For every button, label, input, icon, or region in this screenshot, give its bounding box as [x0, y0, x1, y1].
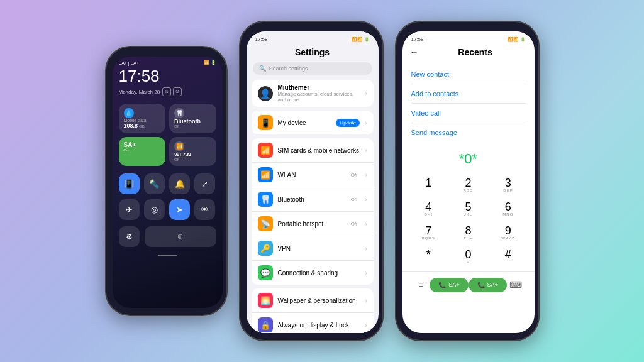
dialer-keypad: 1 2 ABC 3 DEF 4 GHI 5 JKL 6 MNO [402, 171, 535, 272]
key-7-num: 7 [425, 225, 431, 236]
settings-item-hotspot[interactable]: 📡 Portable hotspot Off › [252, 212, 374, 236]
key-0-alpha: + [467, 260, 470, 265]
call-1-icon: 📞 [438, 282, 446, 288]
cc-icon-1[interactable]: ⇅ [162, 87, 171, 96]
cc-icon-2[interactable]: ⊙ [173, 87, 182, 96]
settings-item-wallpaper[interactable]: 🌅 Wallpaper & personalization › [252, 288, 374, 313]
connection-icon: 💬 [258, 265, 273, 280]
account-sub: Manage accounts, cloud services, and mor… [278, 91, 360, 102]
new-contact-action[interactable]: New contact [411, 65, 526, 84]
cc-btn-location[interactable]: ➤ [169, 199, 190, 220]
back-button[interactable]: ← [410, 47, 419, 57]
settings-item-sim[interactable]: 📶 SIM cards & mobile networks › [252, 138, 374, 163]
key-3-num: 3 [505, 177, 511, 189]
mobile-data-unit: GB [139, 124, 145, 128]
dialer-key-9[interactable]: 9 WXYZ [488, 221, 528, 245]
settings-account-item[interactable]: 👤 Miuthemer Manage accounts, cloud servi… [252, 80, 374, 107]
dialer-key-3[interactable]: 3 DEF [488, 173, 528, 197]
cc-btn-bell[interactable]: 🔔 [169, 173, 190, 194]
signal-icon: 📶 [204, 60, 209, 65]
dialer-status-bar: 17:58 📶📶 🔋 [402, 31, 535, 45]
dialer-page-title: Recents [424, 47, 527, 57]
mobile-data-value: 108.8 [124, 123, 138, 129]
settings-device-item[interactable]: 📱 My device Update › [252, 111, 374, 134]
settings-item-vpn[interactable]: 🔑 VPN › [252, 236, 374, 261]
cc-btn-screen[interactable]: ⤢ [194, 173, 215, 194]
video-call-action[interactable]: Video call [411, 104, 526, 123]
key-4-num: 4 [425, 201, 431, 212]
connection-chevron: › [365, 270, 367, 277]
device-text: My device [278, 119, 331, 126]
video-call-label: Video call [411, 109, 441, 117]
cc-tile-wlan[interactable]: 📶 WLAN Off [169, 137, 216, 166]
account-icon: 👤 [258, 86, 273, 101]
settings-device-section: 📱 My device Update › [252, 111, 374, 134]
sim-text: SIM cards & mobile networks [278, 147, 360, 154]
settings-item-connection[interactable]: 💬 Connection & sharing › [252, 261, 374, 285]
settings-connectivity-section: 📶 SIM cards & mobile networks › 📶 WLAN O… [252, 138, 374, 285]
dialer-key-4[interactable]: 4 GHI [409, 197, 448, 221]
hotspot-status: Off [351, 221, 358, 227]
wlan-settings-text: WLAN [278, 172, 346, 178]
dialer-call-2-button[interactable]: 📞 SA+ [469, 278, 507, 292]
add-to-contacts-label: Add to contacts [411, 90, 459, 97]
cc-time: 17:58 [113, 67, 223, 87]
dialer-call-1-button[interactable]: 📞 SA+ [430, 278, 468, 292]
cc-icons-row-1: 📳 🔦 🔔 ⤢ [113, 170, 223, 198]
cc-btn-eye[interactable]: ◎ [144, 199, 165, 220]
cc-date-text: Monday, March 28 [119, 89, 160, 95]
dialer-key-hash[interactable]: # [488, 245, 528, 269]
call-2-label: SA+ [487, 282, 498, 288]
dialer-header: ← Recents [402, 45, 535, 62]
mobile-data-label: Mobile data [124, 118, 161, 123]
cc-tile-sa-plus[interactable]: SA+ On [119, 137, 166, 166]
display-text: Always-on display & Lock [278, 322, 360, 329]
dialer-key-6[interactable]: 6 MNO [488, 197, 528, 221]
settings-search-bar[interactable]: 🔍 Search settings [253, 62, 372, 75]
call-1-label: SA+ [448, 282, 459, 288]
bluetooth-settings-text: Bluetooth [278, 196, 346, 203]
bluetooth-status: Off [174, 124, 211, 128]
dialer-key-2[interactable]: 2 ABC [448, 173, 488, 197]
vpn-icon: 🔑 [258, 241, 273, 256]
wallpaper-text: Wallpaper & personalization [278, 297, 360, 304]
dialer-keypad-button[interactable]: ⌨ [507, 276, 525, 293]
settings-item-wlan[interactable]: 📶 WLAN Off › [252, 163, 374, 187]
wlan-settings-icon: 📶 [258, 167, 273, 182]
connection-text: Connection & sharing [278, 270, 360, 277]
cc-btn-vibrate[interactable]: 📳 [119, 173, 140, 194]
settings-item-bluetooth[interactable]: 🦷 Bluetooth Off › [252, 187, 374, 212]
dialer-key-5[interactable]: 5 JKL [448, 197, 488, 221]
cc-btn-view[interactable]: 👁 [194, 199, 215, 220]
call-2-icon: 📞 [477, 282, 485, 288]
wlan-settings-chevron: › [365, 172, 367, 178]
wallpaper-icon: 🌅 [258, 293, 273, 308]
key-8-alpha: TUV [464, 236, 473, 241]
dialer-key-1[interactable]: 1 [409, 173, 448, 197]
dialer-actions-list: New contact Add to contacts Video call S… [402, 62, 535, 145]
key-8-num: 8 [465, 225, 471, 236]
cc-btn-flashlight[interactable]: 🔦 [144, 173, 165, 194]
cc-btn-settings[interactable]: ⚙ [119, 226, 140, 247]
sa-plus-value: SA+ [124, 141, 161, 148]
dialer-key-0[interactable]: 0 + [448, 245, 488, 269]
bluetooth-label: Bluetooth [174, 118, 211, 124]
settings-item-display[interactable]: 🔒 Always-on display & Lock › [252, 313, 374, 333]
cc-home-indicator [158, 255, 177, 256]
dialer-key-8[interactable]: 8 TUV [448, 221, 488, 245]
cc-tile-mobile-data[interactable]: 💧 Mobile data 108.8 GB [119, 104, 166, 133]
add-to-contacts-action[interactable]: Add to contacts [411, 84, 526, 104]
cc-tile-bluetooth[interactable]: 🦷 Bluetooth Off [169, 104, 216, 133]
phone-3-screen: 17:58 📶📶 🔋 ← Recents New contact Add to … [402, 31, 535, 333]
dialer-menu-button[interactable]: ≡ [413, 276, 430, 293]
send-message-action[interactable]: Send message [411, 123, 526, 142]
sim-icon: 📶 [258, 143, 273, 158]
dialer-signal-icon: 📶📶 [508, 37, 519, 42]
settings-personalization-section: 🌅 Wallpaper & personalization › 🔒 Always… [252, 288, 374, 333]
new-contact-label: New contact [411, 70, 450, 78]
cc-btn-airplane[interactable]: ✈ [119, 199, 140, 220]
dialer-key-7[interactable]: 7 PQRS [409, 221, 448, 245]
phone-3: 17:58 📶📶 🔋 ← Recents New contact Add to … [395, 21, 540, 341]
dialer-key-star[interactable]: * [409, 245, 448, 269]
bluetooth-settings-chevron: › [365, 196, 367, 203]
